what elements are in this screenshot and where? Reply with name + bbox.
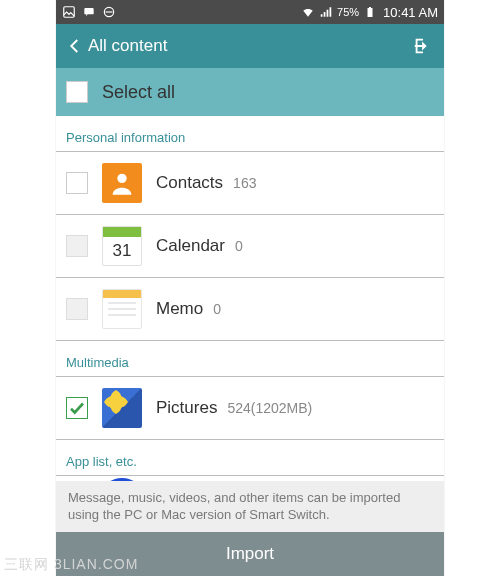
bbm-icon xyxy=(82,5,96,19)
contacts-icon xyxy=(102,163,142,203)
pictures-checkbox[interactable] xyxy=(66,397,88,419)
svg-rect-0 xyxy=(64,7,75,18)
info-note: Message, music, videos, and other items … xyxy=(56,481,444,532)
svg-rect-1 xyxy=(84,8,93,14)
select-all-checkbox[interactable] xyxy=(66,81,88,103)
picture-icon xyxy=(62,5,76,19)
wifi-icon xyxy=(301,5,315,19)
pictures-icon xyxy=(102,388,142,428)
back-icon[interactable] xyxy=(66,37,84,55)
calendar-icon: 31 xyxy=(102,226,142,266)
import-button[interactable]: Import xyxy=(56,532,444,576)
app-header: All content xyxy=(56,24,444,68)
contacts-checkbox[interactable] xyxy=(66,172,88,194)
battery-percent: 75% xyxy=(337,6,359,18)
item-label: Calendar xyxy=(156,236,225,256)
svg-point-6 xyxy=(117,174,126,183)
item-label: Memo xyxy=(156,299,203,319)
import-label: Import xyxy=(226,544,274,564)
item-count: 524(1202MB) xyxy=(227,400,312,416)
clock-time: 10:41 AM xyxy=(383,5,438,20)
item-pictures[interactable]: Pictures 524(1202MB) xyxy=(56,377,444,439)
section-applist: App list, etc. xyxy=(56,440,444,475)
item-memo[interactable]: Memo 0 xyxy=(56,278,444,340)
item-label: Pictures xyxy=(156,398,217,418)
content-scroll: Personal information Contacts 163 31 Ca xyxy=(56,116,444,576)
item-calendar[interactable]: 31 Calendar 0 xyxy=(56,215,444,277)
select-all-label: Select all xyxy=(102,82,175,103)
item-label: Contacts xyxy=(156,173,223,193)
calendar-day: 31 xyxy=(113,237,132,265)
memo-checkbox[interactable] xyxy=(66,298,88,320)
item-count: 163 xyxy=(233,175,256,191)
svg-rect-4 xyxy=(368,8,373,17)
item-count: 0 xyxy=(213,301,221,317)
export-icon[interactable] xyxy=(412,35,434,57)
section-multimedia: Multimedia xyxy=(56,341,444,376)
svg-rect-5 xyxy=(369,7,371,9)
item-count: 0 xyxy=(235,238,243,254)
battery-icon xyxy=(363,5,377,19)
item-contacts[interactable]: Contacts 163 xyxy=(56,152,444,214)
select-all-row[interactable]: Select all xyxy=(56,68,444,116)
status-bar: 75% 10:41 AM xyxy=(56,0,444,24)
section-personal: Personal information xyxy=(56,116,444,151)
memo-icon xyxy=(102,289,142,329)
page-title: All content xyxy=(88,36,167,56)
calendar-checkbox[interactable] xyxy=(66,235,88,257)
signal-icon xyxy=(319,5,333,19)
block-icon xyxy=(102,5,116,19)
